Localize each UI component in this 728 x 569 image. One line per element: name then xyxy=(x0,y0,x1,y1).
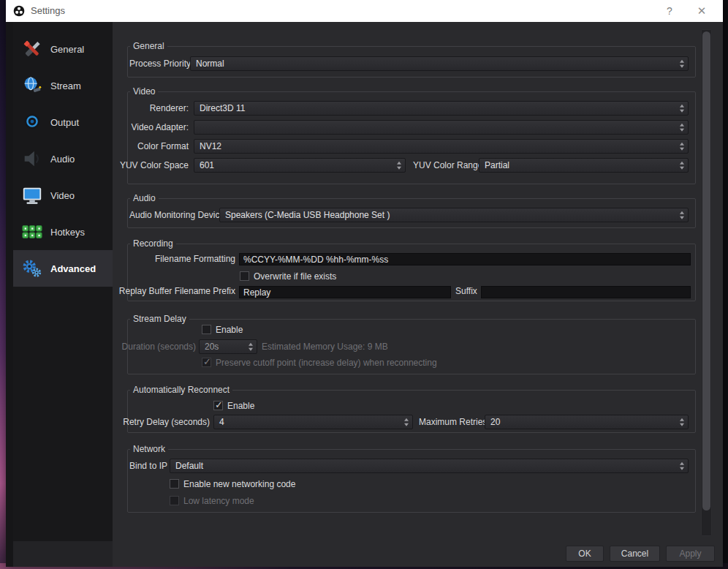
filename-formatting-input[interactable] xyxy=(239,253,691,265)
scrollbar-thumb[interactable] xyxy=(702,31,710,510)
group-reconnect-title: Automatically Reconnect xyxy=(130,385,232,395)
speaker-icon xyxy=(20,148,44,170)
bind-to-ip-value: Default xyxy=(170,459,688,472)
updown-arrows-icon xyxy=(680,60,684,68)
sidebar-item-label: Audio xyxy=(50,154,75,165)
bind-to-ip-label: Bind to IP xyxy=(129,459,167,473)
stream-delay-enable-label[interactable]: Enable xyxy=(216,323,243,337)
low-latency-label[interactable]: Low latency mode xyxy=(183,494,254,508)
sidebar-item-output[interactable]: Output xyxy=(13,104,113,140)
sidebar-item-label: General xyxy=(50,44,84,55)
sidebar-item-advanced[interactable]: Advanced xyxy=(13,250,113,287)
maximum-retries-value: 20 xyxy=(485,415,688,429)
video-adapter-select[interactable] xyxy=(194,120,689,135)
help-button[interactable]: ? xyxy=(657,0,682,22)
process-priority-select[interactable]: Normal xyxy=(190,56,689,71)
group-recording-title: Recording xyxy=(130,238,176,249)
color-format-select[interactable]: NV12 xyxy=(194,139,689,154)
maximum-retries-label: Maximum Retries xyxy=(419,415,487,429)
duration-spinbox[interactable]: 20s xyxy=(199,339,257,354)
reconnect-enable-checkbox[interactable] xyxy=(213,401,223,410)
group-network-title: Network xyxy=(130,444,168,454)
sidebar-item-label: Output xyxy=(50,117,79,128)
color-format-label: Color Format xyxy=(115,139,189,154)
sidebar-item-general[interactable]: General xyxy=(13,31,113,67)
group-general-title: General xyxy=(130,41,167,51)
yuv-color-range-select[interactable]: Partial xyxy=(479,158,689,173)
updown-arrows-icon xyxy=(680,162,684,170)
settings-window: Settings ? ✕ General xyxy=(6,0,723,567)
video-adapter-label: Video Adapter: xyxy=(115,120,189,135)
bind-to-ip-select[interactable]: Default xyxy=(170,459,689,473)
titlebar[interactable]: Settings ? ✕ xyxy=(6,0,723,22)
apply-button[interactable]: Apply xyxy=(666,546,715,562)
ok-button[interactable]: OK xyxy=(566,546,604,562)
yuv-color-space-label: YUV Color Space xyxy=(115,158,189,173)
retry-delay-spinbox[interactable]: 4 xyxy=(213,415,413,429)
monitor-icon xyxy=(20,184,44,206)
preserve-cutoff-checkbox[interactable] xyxy=(202,358,211,367)
color-format-value: NV12 xyxy=(194,140,688,153)
disc-icon xyxy=(20,111,44,133)
obs-logo-icon xyxy=(13,5,25,17)
tools-icon xyxy=(20,38,44,60)
retry-delay-value: 4 xyxy=(214,415,412,429)
sidebar: General Stream xyxy=(13,22,113,541)
updown-arrows-icon xyxy=(680,211,684,219)
stream-delay-enable-checkbox[interactable] xyxy=(202,325,211,334)
group-audio-title: Audio xyxy=(130,193,159,203)
yuv-color-range-label: YUV Color Range xyxy=(413,158,482,173)
renderer-value: Direct3D 11 xyxy=(194,102,688,115)
sidebar-item-label: Stream xyxy=(50,80,81,91)
updown-arrows-icon xyxy=(680,124,684,132)
overwrite-label[interactable]: Overwrite if file exists xyxy=(254,269,336,284)
vertical-scrollbar[interactable] xyxy=(701,29,712,536)
reconnect-enable-label[interactable]: Enable xyxy=(227,399,254,413)
updown-arrows-icon xyxy=(680,143,684,151)
desktop: Settings ? ✕ General xyxy=(0,0,728,569)
new-networking-label[interactable]: Enable new networking code xyxy=(183,477,295,491)
suffix-input[interactable] xyxy=(481,286,691,298)
replay-prefix-label: Replay Buffer Filename Prefix xyxy=(115,284,235,298)
sidebar-item-label: Hotkeys xyxy=(50,227,85,238)
keyboard-keys-icon xyxy=(20,221,44,243)
low-latency-checkbox[interactable] xyxy=(170,496,179,505)
close-button[interactable]: ✕ xyxy=(689,0,714,22)
yuv-color-range-value: Partial xyxy=(479,159,688,172)
replay-prefix-input[interactable] xyxy=(239,286,451,298)
audio-monitoring-select[interactable]: Speakers (C-Media USB Headphone Set ) xyxy=(219,208,689,222)
renderer-label: Renderer: xyxy=(115,101,189,116)
yuv-color-space-select[interactable]: 601 xyxy=(194,158,406,173)
globe-satellite-icon xyxy=(20,75,44,97)
new-networking-checkbox[interactable] xyxy=(170,479,179,489)
sidebar-margin xyxy=(6,22,13,567)
yuv-color-space-value: 601 xyxy=(194,159,405,172)
duration-label: Duration (seconds) xyxy=(115,339,196,354)
group-stream-delay-title: Stream Delay xyxy=(130,314,189,324)
sidebar-item-video[interactable]: Video xyxy=(13,177,113,214)
sidebar-item-label: Video xyxy=(50,190,75,201)
updown-arrows-icon xyxy=(404,418,409,426)
updown-arrows-icon xyxy=(397,162,401,170)
overwrite-checkbox[interactable] xyxy=(240,271,249,281)
updown-arrows-icon xyxy=(680,418,684,426)
audio-monitoring-value: Speakers (C-Media USB Headphone Set ) xyxy=(220,208,688,222)
group-video-title: Video xyxy=(130,86,158,97)
sidebar-item-label: Advanced xyxy=(50,263,96,274)
process-priority-value: Normal xyxy=(191,57,688,70)
maximum-retries-spinbox[interactable]: 20 xyxy=(485,415,689,429)
cancel-button[interactable]: Cancel xyxy=(610,546,660,562)
renderer-select[interactable]: Direct3D 11 xyxy=(194,101,689,116)
estimated-memory-label: Estimated Memory Usage: 9 MB xyxy=(262,339,388,354)
sidebar-item-stream[interactable]: Stream xyxy=(13,67,113,104)
retry-delay-label: Retry Delay (seconds) xyxy=(115,415,210,429)
sidebar-item-hotkeys[interactable]: Hotkeys xyxy=(13,214,113,250)
gears-icon xyxy=(20,257,44,279)
process-priority-label: Process Priority xyxy=(129,56,191,71)
sidebar-item-audio[interactable]: Audio xyxy=(13,140,113,177)
window-title: Settings xyxy=(31,0,65,22)
updown-arrows-icon xyxy=(249,343,253,351)
suffix-label: Suffix xyxy=(455,284,477,298)
preserve-cutoff-label[interactable]: Preserve cutoff point (increase delay) w… xyxy=(216,355,437,370)
updown-arrows-icon xyxy=(680,105,684,113)
